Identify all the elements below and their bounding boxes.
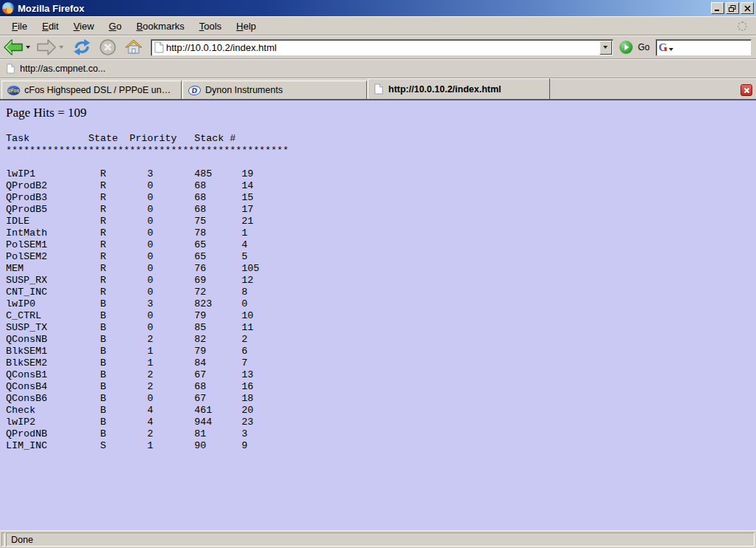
page-hits-counter: Page Hits = 109 — [6, 106, 750, 120]
tab-bar: cFos cFos Highspeed DSL / PPPoE und ISDN… — [0, 78, 756, 100]
url-dropdown-button[interactable] — [599, 41, 612, 55]
menu-tools[interactable]: Tools — [192, 18, 229, 34]
table-row: QConsNB B 2 82 2 — [6, 334, 750, 346]
close-tab-button[interactable] — [740, 84, 752, 96]
table-row: SUSP_TX B 0 85 11 — [6, 322, 750, 334]
back-button[interactable] — [3, 38, 24, 56]
navigation-toolbar: Go G — [0, 35, 756, 59]
table-separator: ****************************************… — [6, 145, 750, 157]
restore-button[interactable] — [726, 2, 739, 14]
tab-cfos[interactable]: cFos cFos Highspeed DSL / PPPoE und ISDN… — [1, 81, 182, 99]
minimize-icon — [714, 5, 721, 12]
table-row: QProdB5 R 0 68 17 — [6, 204, 750, 216]
bookmark-label: http://as.cmpnet.co... — [20, 64, 106, 74]
menu-help[interactable]: Help — [229, 18, 264, 34]
table-row: QConsB1 B 2 67 13 — [6, 369, 750, 381]
forward-icon — [36, 38, 57, 56]
table-row: lwIP1 R 3 485 19 — [6, 168, 750, 180]
table-blank-line — [6, 157, 750, 168]
table-row: BlkSEM2 B 1 84 7 — [6, 357, 750, 369]
tab-label: cFos Highspeed DSL / PPPoE und ISDN CAP.… — [24, 85, 176, 95]
stop-icon — [99, 38, 117, 56]
close-button[interactable] — [740, 2, 754, 14]
table-row: IntMath R 0 78 1 — [6, 227, 750, 239]
page-content: Page Hits = 109 Task State Priority Stac… — [0, 100, 756, 530]
forward-button[interactable] — [36, 38, 57, 56]
google-icon: G — [659, 42, 667, 53]
table-row: lwIP2 B 4 944 23 — [6, 417, 750, 428]
table-row: C_CTRL B 0 79 10 — [6, 310, 750, 322]
table-row: QConsB6 B 0 67 18 — [6, 393, 750, 405]
url-dropdown-arrow — [603, 46, 608, 49]
table-row: LIM_INC S 1 90 9 — [6, 440, 750, 452]
back-dropdown-arrow[interactable] — [26, 46, 30, 49]
table-row: BlkSEM1 B 1 79 6 — [6, 346, 750, 357]
window-title: Mozilla Firefox — [18, 3, 709, 14]
back-icon — [3, 38, 24, 56]
browser-window: Mozilla Firefox File Edit View Go Bookma… — [0, 0, 756, 548]
home-icon — [124, 38, 143, 56]
page-icon — [154, 41, 165, 53]
status-bar: Done — [0, 530, 756, 548]
bookmarks-toolbar: http://as.cmpnet.co... — [0, 59, 756, 78]
bookmark-item[interactable]: http://as.cmpnet.co... — [6, 64, 106, 74]
menu-bookmarks[interactable]: Bookmarks — [129, 18, 192, 34]
titlebar: Mozilla Firefox — [0, 0, 756, 16]
close-tab-icon — [743, 87, 750, 94]
status-text: Done — [6, 532, 755, 547]
table-row: MEM R 0 76 105 — [6, 263, 750, 275]
table-row: QProdB2 R 0 68 14 — [6, 180, 750, 192]
search-input[interactable] — [673, 41, 751, 53]
restore-icon — [729, 5, 736, 12]
table-row: SUSP_RX R 0 69 12 — [6, 275, 750, 287]
tab-label: http://10.0.10.2/index.html — [388, 84, 501, 95]
table-row: PolSEM1 R 0 65 4 — [6, 239, 750, 251]
go-button[interactable]: Go — [638, 42, 650, 52]
close-icon — [744, 5, 751, 12]
tab-active-index-html[interactable]: http://10.0.10.2/index.html — [368, 78, 550, 99]
bookmark-page-icon — [6, 64, 16, 74]
minimize-button[interactable] — [711, 2, 724, 14]
table-row: lwIP0 B 3 823 0 — [6, 298, 750, 310]
table-header: Task State Priority Stack # — [6, 133, 750, 145]
menu-view[interactable]: View — [66, 18, 101, 34]
firefox-logo-icon — [2, 2, 14, 14]
forward-dropdown-arrow[interactable] — [59, 46, 63, 49]
menu-go[interactable]: Go — [101, 18, 128, 34]
table-row: QProdNB B 2 81 3 — [6, 428, 750, 440]
cfos-icon: cFos — [7, 86, 20, 95]
url-input[interactable] — [165, 42, 599, 53]
menubar: File Edit View Go Bookmarks Tools Help — [0, 16, 756, 35]
search-box[interactable]: G — [656, 39, 752, 56]
table-row: QConsB4 B 2 68 16 — [6, 381, 750, 393]
reload-button[interactable] — [72, 38, 92, 56]
go-group: Go — [619, 41, 656, 54]
menu-file[interactable]: File — [4, 18, 35, 34]
url-bar[interactable] — [151, 39, 614, 56]
task-table: Task State Priority Stack #*************… — [6, 133, 750, 452]
dynon-icon: D — [188, 86, 201, 95]
table-row: PolSEM2 R 0 65 5 — [6, 251, 750, 263]
home-button[interactable] — [124, 38, 143, 56]
table-row: CNT_INC R 0 72 8 — [6, 287, 750, 298]
status-grippy — [1, 532, 5, 547]
tab-label: Dynon Instruments — [205, 85, 283, 95]
reload-icon — [72, 38, 92, 56]
throbber-icon — [738, 21, 747, 31]
tab-dynon[interactable]: D Dynon Instruments — [182, 81, 367, 99]
table-row: QProdB3 R 0 68 15 — [6, 192, 750, 204]
go-icon[interactable] — [619, 41, 633, 54]
table-row: Check B 4 461 20 — [6, 405, 750, 417]
throbber-wrap — [738, 21, 752, 31]
table-row: IDLE R 0 75 21 — [6, 216, 750, 227]
stop-button[interactable] — [99, 38, 117, 56]
menu-edit[interactable]: Edit — [35, 18, 66, 34]
page-icon — [374, 83, 384, 95]
